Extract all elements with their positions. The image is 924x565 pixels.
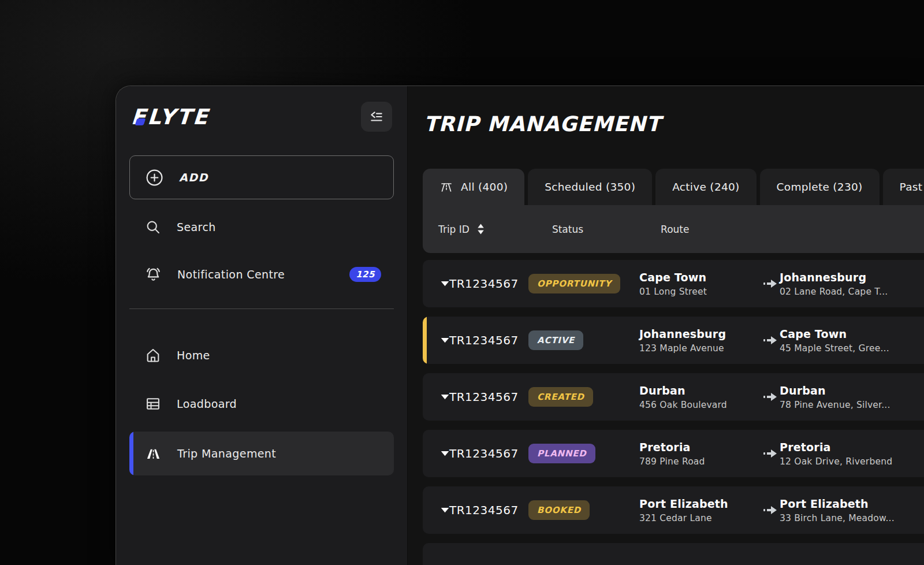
sidebar-item-notification-centre[interactable]: Notification Centre 125 [129, 259, 394, 289]
sidebar-item-label: Home [177, 349, 210, 362]
trip-row[interactable]: TR1234567 OPPORTUNITY Cape Town 01 Long … [423, 260, 924, 307]
tab-bar: All (400) Scheduled (350) Active (240) C… [423, 169, 924, 205]
expand-caret-icon[interactable] [423, 336, 449, 344]
trip-row[interactable] [423, 543, 924, 565]
expand-caret-icon[interactable] [423, 449, 449, 458]
destination-city: Pretoria [780, 441, 892, 454]
sort-icon [476, 223, 485, 235]
origin-city: Port Elizabeth [639, 497, 761, 510]
trip-id: TR1234567 [449, 447, 528, 460]
route-arrow-icon [761, 278, 780, 289]
status-badge: PLANNED [528, 444, 595, 463]
main-content: TRIP MANAGEMENT All (400) Scheduled (350… [408, 86, 924, 565]
status-badge: OPPORTUNITY [528, 274, 620, 293]
origin-address: 321 Cedar Lane [639, 513, 761, 523]
origin-city: Pretoria [639, 441, 761, 454]
status-badge: CREATED [528, 387, 593, 407]
trip-row[interactable]: TR1234567 CREATED Durban 456 Oak Bouleva… [423, 373, 924, 421]
sidebar-item-label: Notification Centre [177, 268, 285, 281]
plus-circle-icon [146, 169, 163, 187]
road-icon [145, 445, 162, 462]
origin-city: Cape Town [639, 271, 761, 284]
flyte-logo: FLYTE [130, 105, 210, 129]
destination-city: Cape Town [780, 328, 889, 340]
route-arrow-icon [761, 391, 780, 403]
destination-city: Durban [780, 384, 891, 397]
column-label: Route [661, 224, 689, 235]
tab-complete[interactable]: Complete (230) [760, 169, 880, 205]
origin-address: 123 Maple Avenue [639, 343, 761, 354]
trip-row[interactable]: TR1234567 BOOKED Port Elizabeth 321 Ceda… [423, 486, 924, 534]
sidebar: FLYTE [116, 86, 408, 565]
sidebar-item-label: Loadboard [177, 397, 237, 410]
destination-address: 45 Maple Street, Gree... [780, 343, 889, 354]
column-label: Status [552, 224, 583, 235]
tab-label: All (400) [461, 181, 508, 193]
destination-city: Johannesburg [780, 271, 888, 284]
tab-past[interactable]: Past (83 [883, 169, 924, 205]
collapse-panel-icon [369, 109, 384, 124]
collapse-sidebar-button[interactable] [361, 102, 392, 132]
tab-all[interactable]: All (400) [423, 169, 524, 205]
sidebar-item-trip-management[interactable]: Trip Management [129, 432, 394, 475]
sidebar-item-loadboard[interactable]: Loadboard [129, 388, 394, 420]
app-window: FLYTE [116, 86, 924, 565]
destination-city: Port Elizabeth [780, 497, 895, 510]
add-button[interactable]: ADD [129, 155, 394, 199]
origin-address: 456 Oak Boulevard [639, 400, 761, 410]
sidebar-item-label: Search [177, 221, 216, 233]
route-arrow-icon [761, 334, 780, 346]
home-icon [145, 347, 161, 363]
column-label: Trip ID [438, 224, 470, 235]
route-arrow-icon [761, 448, 780, 459]
trip-rows: TR1234567 OPPORTUNITY Cape Town 01 Long … [423, 260, 924, 565]
trip-id: TR1234567 [449, 277, 528, 291]
column-header-status: Status [552, 224, 583, 235]
trip-id: TR1234567 [449, 390, 528, 404]
trip-row[interactable]: TR1234567 PLANNED Pretoria 789 Pine Road… [423, 430, 924, 477]
page-title: TRIP MANAGEMENT [423, 111, 924, 137]
logo-text: FLYTE [130, 105, 210, 129]
expand-caret-icon[interactable] [423, 393, 449, 401]
destination-address: 78 Pine Avenue, Silver... [780, 400, 891, 410]
sidebar-item-home[interactable]: Home [129, 339, 394, 371]
tab-label: Scheduled (350) [545, 181, 635, 193]
active-accent-bar [129, 432, 133, 475]
destination-address: 33 Birch Lane, Meadow... [780, 513, 895, 523]
destination-address: 02 Lane Road, Cape T... [780, 287, 888, 297]
status-badge: BOOKED [528, 500, 590, 520]
trip-id: TR1234567 [449, 503, 528, 517]
origin-city: Johannesburg [639, 328, 761, 340]
add-button-label: ADD [179, 171, 208, 184]
expand-caret-icon[interactable] [423, 506, 449, 514]
origin-city: Durban [639, 384, 761, 397]
column-header-route: Route [661, 224, 689, 235]
route-arrow-icon [761, 504, 780, 516]
tab-scheduled[interactable]: Scheduled (350) [528, 169, 652, 205]
bell-ring-icon [145, 266, 162, 283]
trip-id: TR1234567 [449, 333, 528, 347]
notification-count-badge: 125 [349, 267, 381, 282]
expand-caret-icon[interactable] [423, 280, 449, 288]
tab-label: Complete (230) [777, 181, 863, 193]
loadboard-table-icon [145, 396, 161, 412]
tab-label: Active (240) [672, 181, 739, 193]
sidebar-item-search[interactable]: Search [129, 212, 394, 242]
origin-address: 789 Pine Road [639, 456, 761, 467]
tab-label: Past (83 [900, 181, 924, 193]
tab-active[interactable]: Active (240) [655, 169, 756, 205]
trip-row[interactable]: TR1234567 ACTIVE Johannesburg 123 Maple … [423, 317, 924, 364]
origin-address: 01 Long Street [639, 287, 761, 297]
column-header-trip-id[interactable]: Trip ID [438, 223, 485, 235]
road-icon [439, 180, 453, 194]
table-header: Trip ID Status Route [423, 205, 924, 253]
sidebar-item-label: Trip Management [177, 447, 276, 460]
search-icon [145, 219, 161, 235]
sidebar-divider [129, 308, 394, 309]
destination-address: 12 Oak Drive, Riverbend [780, 456, 892, 467]
sidebar-header: FLYTE [129, 101, 394, 132]
status-badge: ACTIVE [528, 330, 583, 350]
